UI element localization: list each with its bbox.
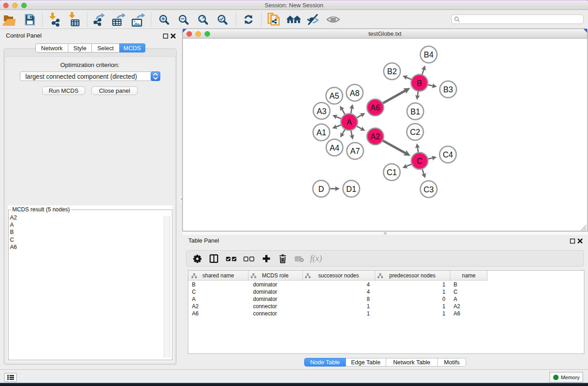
svg-text:C1: C1: [387, 168, 397, 177]
svg-text:B3: B3: [443, 85, 453, 94]
svg-text:C: C: [417, 157, 423, 166]
svg-text:D1: D1: [346, 185, 356, 194]
svg-text:A4: A4: [330, 143, 339, 152]
svg-text:B: B: [417, 79, 422, 88]
svg-text:A6: A6: [370, 103, 380, 112]
svg-text:B1: B1: [411, 107, 420, 116]
svg-text:C3: C3: [424, 185, 434, 194]
svg-text:C4: C4: [443, 150, 453, 159]
svg-text:A2: A2: [370, 132, 380, 141]
svg-text:A3: A3: [317, 107, 326, 116]
svg-text:A8: A8: [350, 89, 359, 98]
svg-text:B4: B4: [424, 50, 434, 59]
svg-text:A1: A1: [316, 128, 326, 137]
svg-text:D: D: [318, 185, 324, 194]
svg-text:A: A: [347, 118, 352, 127]
svg-text:C2: C2: [410, 128, 420, 137]
svg-text:A7: A7: [350, 147, 360, 156]
svg-text:B2: B2: [387, 67, 397, 76]
svg-text:A5: A5: [330, 91, 339, 100]
